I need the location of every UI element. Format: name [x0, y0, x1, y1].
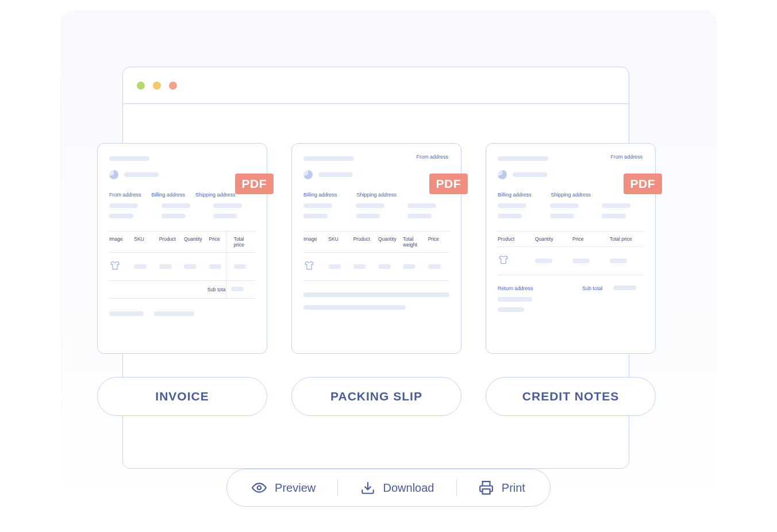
svg-point-0 [257, 486, 261, 490]
placeholder [498, 156, 548, 161]
placeholder [318, 172, 353, 177]
doc-titles-row: INVOICE PACKING SLIP CREDIT NOTES [97, 377, 656, 416]
packing-slip-title-pill[interactable]: PACKING SLIP [291, 377, 461, 416]
invoice-card: PDF From address Billing address Shippin… [97, 143, 267, 354]
preview-label: Preview [275, 481, 316, 495]
download-label: Download [383, 481, 434, 495]
shipping-address-label: Shipping address [357, 192, 397, 198]
invoice-title-pill[interactable]: INVOICE [97, 377, 267, 416]
invoice-address-labels: From address Billing address Shipping ad… [109, 192, 255, 198]
eye-icon [252, 480, 267, 495]
col-image: Image [303, 236, 325, 248]
browser-titlebar [123, 67, 629, 104]
traffic-minimize-icon[interactable] [153, 82, 161, 90]
col-product: Product [159, 236, 180, 248]
placeholder [109, 170, 255, 179]
placeholder [498, 203, 644, 218]
divider [456, 479, 457, 496]
placeholder [303, 203, 449, 218]
placeholder [303, 292, 449, 297]
printer-icon [479, 480, 494, 495]
traffic-maximize-icon[interactable] [169, 82, 177, 90]
credit-notes-card: PDF From address Billing address Shippin… [486, 143, 656, 354]
download-button[interactable]: Download [360, 480, 434, 495]
return-address-label: Return address [498, 286, 559, 291]
col-total-price: Total price [234, 236, 255, 248]
from-address-label: From address [416, 154, 448, 160]
print-label: Print [502, 481, 525, 495]
sub-total-label: Sub total [582, 286, 603, 291]
col-quantity: Quantity [184, 236, 205, 248]
col-product: Product [353, 236, 375, 248]
pdf-badge: PDF [624, 174, 663, 194]
svg-rect-2 [482, 489, 490, 494]
placeholder [109, 311, 255, 316]
divider [337, 479, 338, 496]
packing-address-labels: Billing address Shipping address [303, 192, 449, 198]
pdf-badge: PDF [429, 174, 468, 194]
col-total-price: Total price [610, 236, 644, 242]
placeholder [498, 170, 644, 179]
packing-table: Image SKU Product Quantity Total weight … [303, 231, 449, 281]
pdf-badge: PDF [235, 174, 274, 194]
col-price: Price [428, 236, 449, 248]
billing-address-label: Billing address [498, 192, 532, 198]
download-icon [360, 480, 375, 495]
credit-table: Product Quantity Price Total price [498, 231, 644, 275]
invoice-table: Image SKU Product Quantity Price Total p… [109, 231, 255, 299]
col-price: Price [572, 236, 606, 242]
billing-address-label: Billing address [152, 192, 186, 198]
col-total-weight: Total weight [403, 236, 424, 248]
logo-placeholder-icon [109, 170, 118, 179]
billing-address-label: Billing address [303, 192, 337, 198]
tshirt-icon [303, 260, 315, 271]
shipping-address-label: Shipping address [195, 192, 236, 198]
placeholder [124, 172, 159, 177]
col-image: Image [109, 236, 130, 248]
credit-address-labels: Billing address Shipping address [498, 192, 644, 198]
col-price: Price [209, 236, 230, 248]
doc-cards-row: PDF From address Billing address Shippin… [97, 143, 656, 354]
shipping-address-label: Shipping address [551, 192, 591, 198]
placeholder [109, 156, 149, 161]
col-quantity: Quantity [378, 236, 399, 248]
col-quantity: Quantity [535, 236, 569, 242]
placeholder [303, 156, 354, 161]
col-sku: SKU [134, 236, 155, 248]
print-button[interactable]: Print [479, 480, 525, 495]
table-row [109, 253, 255, 281]
packing-slip-card: PDF From address Billing address Shippin… [291, 143, 461, 354]
from-address-label: From address [109, 192, 141, 198]
placeholder [303, 305, 406, 310]
sub-total-label: Sub total [207, 287, 232, 292]
tshirt-icon [498, 254, 509, 265]
tshirt-icon [109, 260, 121, 271]
table-row [303, 253, 449, 281]
placeholder [109, 203, 255, 218]
placeholder [513, 172, 547, 177]
table-row [498, 247, 644, 275]
logo-placeholder-icon [303, 170, 313, 179]
traffic-close-icon[interactable] [137, 82, 145, 90]
action-bar: Preview Download Print [226, 469, 551, 507]
credit-notes-title-pill[interactable]: CREDIT NOTES [486, 377, 656, 416]
col-sku: SKU [328, 236, 349, 248]
from-address-label: From address [610, 154, 643, 160]
placeholder [303, 170, 449, 179]
preview-button[interactable]: Preview [252, 480, 316, 495]
logo-placeholder-icon [498, 170, 507, 179]
col-product: Product [498, 236, 532, 242]
